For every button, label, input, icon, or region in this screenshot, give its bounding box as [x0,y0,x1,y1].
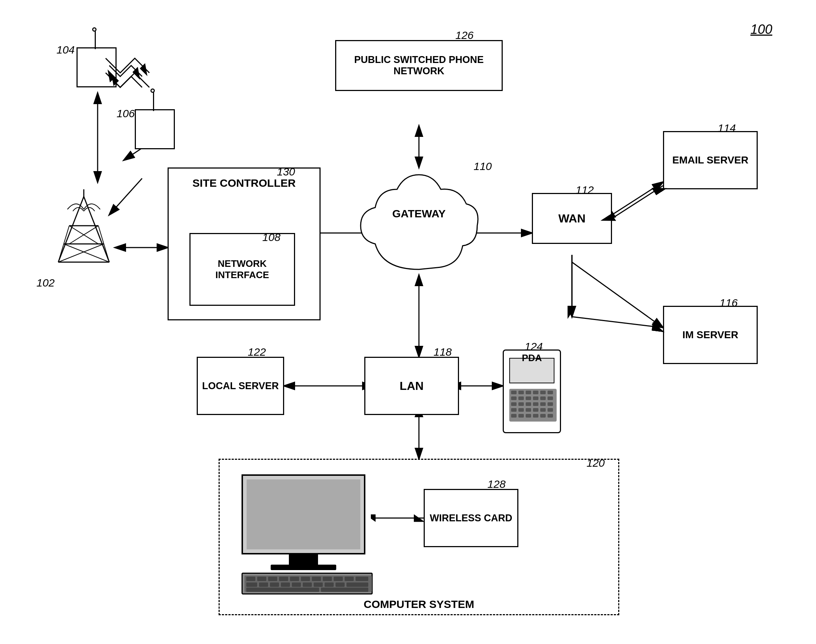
label-104: 104 [57,44,75,56]
svg-rect-64 [257,577,266,581]
svg-rect-76 [270,583,279,587]
zigzag-104-106 [102,58,157,113]
svg-rect-73 [355,577,368,581]
label-114: 114 [718,122,736,134]
svg-rect-55 [547,408,553,412]
diagram-container: 100 102 104 [0,0,816,644]
svg-rect-58 [526,414,531,417]
svg-rect-32 [511,391,516,394]
svg-line-91 [612,186,663,218]
svg-rect-49 [547,402,553,406]
svg-rect-45 [518,402,524,406]
antenna-ball-106 [151,89,155,93]
label-102: 102 [37,277,55,289]
svg-rect-42 [540,396,546,400]
svg-rect-78 [292,583,301,587]
lan-box: LAN [364,357,459,415]
label-126: 126 [455,29,473,41]
monitor-stand [289,554,318,565]
diagram-title: 100 [750,22,772,37]
svg-rect-71 [334,577,343,581]
pstn-box: PUBLIC SWITCHED PHONE NETWORK [335,40,503,91]
label-118: 118 [433,346,452,358]
svg-rect-67 [290,577,299,581]
svg-rect-61 [547,414,553,417]
label-130: 130 [277,166,295,178]
antenna-104 [95,29,96,49]
local-server-box: LOCAL SERVER [197,357,284,415]
svg-rect-52 [526,408,531,412]
antenna-106 [153,91,154,111]
svg-rect-53 [533,408,538,412]
svg-rect-38 [511,396,516,400]
svg-rect-83 [346,583,368,587]
svg-rect-81 [324,583,334,587]
pda-device: PDA [503,350,561,433]
email-server-box: EMAIL SERVER [663,131,758,189]
svg-rect-44 [511,402,516,406]
svg-rect-46 [526,402,531,406]
svg-rect-79 [303,583,312,587]
svg-line-26 [58,244,104,262]
svg-rect-84 [246,587,319,592]
svg-line-9 [572,262,663,328]
gateway-label: GATEWAY [353,207,484,220]
wan-box: WAN [532,193,612,244]
network-interface-box: NETWORK INTERFACE [189,233,295,306]
wireless-card-box: WIRELESS CARD [424,489,518,547]
keyboard [241,573,373,595]
svg-rect-54 [540,408,546,412]
computer-wireless-arrow [371,507,429,529]
svg-rect-66 [279,577,288,581]
computer-system-label: COMPUTER SYSTEM [220,598,618,610]
label-128-inner: 128 [487,478,506,491]
svg-line-19 [84,196,109,262]
svg-line-25 [64,244,109,262]
label-110: 110 [473,160,492,173]
svg-rect-82 [335,583,344,587]
svg-line-18 [58,196,84,262]
computer-system-box: WIRELESS CARD 128 COMPUTER SYSTEM [218,459,619,615]
svg-rect-65 [268,577,277,581]
svg-rect-77 [281,583,290,587]
label-108: 108 [262,231,281,244]
svg-rect-72 [344,577,354,581]
label-120: 120 [587,457,605,469]
label-106: 106 [117,107,135,120]
screen-inner [247,480,360,549]
svg-line-8 [612,182,663,215]
svg-rect-60 [540,414,546,417]
pda-label-text: PDA [504,353,560,364]
svg-rect-51 [518,408,524,412]
svg-rect-43 [547,396,553,400]
svg-rect-40 [526,396,531,400]
svg-rect-56 [511,414,516,417]
svg-line-93 [572,317,663,328]
label-124: 124 [524,340,543,353]
svg-rect-63 [246,577,255,581]
device-106 [135,109,175,149]
site-controller-label: SITE CONTROLLER [169,176,320,190]
svg-rect-37 [547,391,553,394]
svg-rect-50 [511,408,516,412]
svg-rect-70 [323,577,332,581]
svg-rect-69 [312,577,321,581]
label-116: 116 [719,297,738,309]
label-122: 122 [248,346,266,358]
svg-rect-35 [533,391,538,394]
svg-rect-41 [533,396,538,400]
svg-rect-39 [518,396,524,400]
svg-rect-80 [313,583,323,587]
computer-monitor [241,474,366,569]
svg-rect-34 [526,391,531,394]
antenna-ball-104 [92,27,97,32]
gateway-cloud: GATEWAY [353,167,484,291]
monitor-screen [241,474,366,554]
label-112: 112 [576,184,594,196]
svg-rect-36 [540,391,546,394]
svg-rect-74 [246,583,257,587]
im-server-box: IM SERVER [663,306,758,364]
svg-rect-68 [301,577,310,581]
svg-rect-47 [533,402,538,406]
svg-rect-48 [540,402,546,406]
